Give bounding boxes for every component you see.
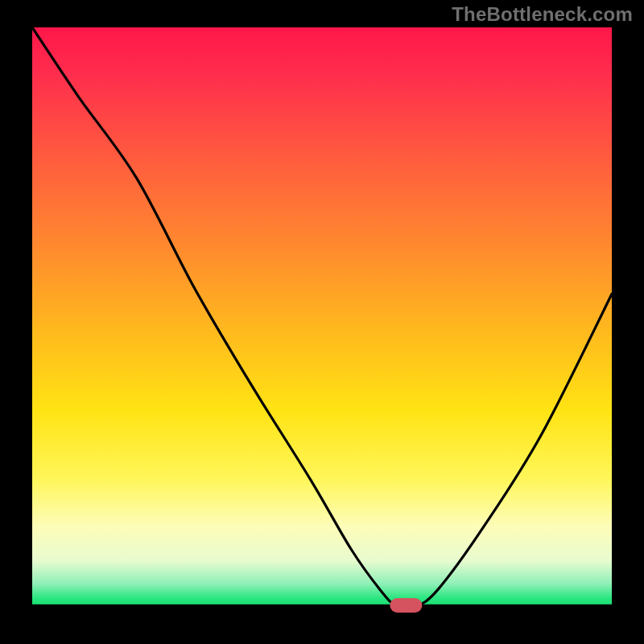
plot-area	[32, 27, 612, 607]
valley-marker	[390, 598, 422, 613]
curve-svg	[32, 27, 612, 607]
bottleneck-curve	[32, 27, 612, 609]
watermark-text: TheBottleneck.com	[452, 3, 633, 26]
chart-container: TheBottleneck.com	[0, 0, 644, 644]
